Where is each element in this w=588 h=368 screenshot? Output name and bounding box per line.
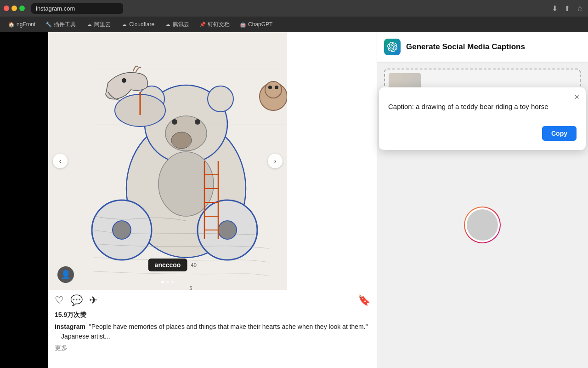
bookmark-plugins[interactable]: 🔧 插件工具: [42, 20, 79, 29]
svg-point-6: [171, 132, 192, 149]
panel-header: Generate Social Media Captions: [377, 32, 588, 62]
browser-actions: ⬇ ⬆ ☆: [550, 3, 584, 14]
profile-inner: [467, 209, 498, 241]
bookmark-plugins-label: 插件工具: [54, 21, 76, 29]
post-image-container: 40 5 ‹ ›: [48, 32, 287, 290]
prev-icon: ‹: [59, 157, 62, 165]
svg-point-9: [158, 152, 214, 216]
svg-point-26: [268, 86, 272, 89]
svg-point-16: [218, 221, 237, 239]
caption-result-text: Caption: a drawing of a teddy bear ridin…: [388, 97, 577, 126]
svg-point-7: [172, 119, 177, 125]
bookmark-tencent[interactable]: ☁ 腾讯云: [161, 20, 193, 29]
panel-title: Generate Social Media Captions: [406, 42, 525, 52]
tencent-icon: ☁: [164, 21, 171, 28]
caption-username: instagram: [55, 323, 85, 330]
share-icon[interactable]: ⬆: [563, 3, 571, 14]
bookmark-dingding[interactable]: 📌 钉钉文档: [196, 20, 233, 29]
download-icon[interactable]: ⬇: [550, 3, 559, 14]
share-button[interactable]: ✈: [89, 295, 97, 305]
more-link[interactable]: 更多: [48, 342, 377, 354]
carousel-dots: [161, 281, 174, 283]
instagram-area: 40 5 ‹ ›: [48, 32, 377, 368]
cloudflare-icon: ☁: [121, 21, 127, 28]
svg-text:40: 40: [191, 261, 197, 268]
next-icon: ›: [274, 157, 277, 165]
dot-1[interactable]: [161, 281, 164, 283]
svg-point-10: [122, 78, 126, 83]
svg-point-4: [208, 86, 233, 112]
minimize-traffic-light[interactable]: [11, 6, 17, 11]
openai-logo: [384, 39, 401, 55]
chapgpt-icon: 🤖: [240, 21, 246, 28]
dot-3[interactable]: [171, 281, 174, 283]
browser-chrome: instagram.com ⬇ ⬆ ☆ 🏠 ngFront 🔧 插件工具 ☁ 阿…: [0, 0, 588, 32]
fullscreen-traffic-light[interactable]: [19, 6, 25, 11]
bookmark-icon[interactable]: ☆: [575, 3, 584, 14]
svg-point-27: [275, 86, 278, 89]
left-sidebar: [0, 32, 48, 368]
browser-toolbar: instagram.com ⬇ ⬆ ☆: [0, 0, 588, 17]
bookmarks-bar: 🏠 ngFront 🔧 插件工具 ☁ 阿里云 ☁ Cloudflare ☁ 腾讯…: [0, 17, 588, 32]
next-button[interactable]: ›: [268, 154, 283, 168]
bookmark-front[interactable]: 🏠 ngFront: [5, 20, 39, 29]
close-traffic-light[interactable]: [4, 6, 9, 11]
front-icon: 🏠: [8, 21, 15, 28]
address-text: instagram.com: [36, 5, 75, 12]
svg-point-25: [265, 81, 282, 98]
avatar-button[interactable]: 👤: [57, 266, 74, 283]
bookmark-cloudflare-label: Cloudflare: [129, 21, 154, 28]
like-button[interactable]: ♡: [55, 295, 64, 305]
plugin-icon: 🔧: [45, 21, 52, 28]
result-modal: × Caption: a drawing of a teddy bear rid…: [379, 87, 586, 150]
username-label: ancccoo: [155, 261, 181, 269]
dot-2[interactable]: [166, 281, 169, 283]
address-bar[interactable]: instagram.com: [31, 3, 123, 14]
dingding-icon: 📌: [199, 21, 206, 28]
bookmark-tencent-label: 腾讯云: [173, 21, 189, 29]
bookmark-aliyun-label: 阿里云: [94, 21, 111, 29]
caption-area: instagram "People have memories of place…: [48, 322, 377, 341]
bookmark-chapgpt-label: ChapGPT: [248, 21, 272, 28]
svg-point-14: [113, 221, 131, 239]
post-actions: ♡ 💬 ✈ 🔖: [48, 290, 377, 311]
profile-circle: [464, 207, 501, 243]
modal-close-button[interactable]: ×: [574, 93, 579, 101]
svg-text:5: 5: [189, 284, 192, 290]
aliyun-icon: ☁: [86, 21, 92, 28]
prev-button[interactable]: ‹: [53, 154, 68, 168]
main-area: 40 5 ‹ ›: [0, 32, 588, 368]
save-button[interactable]: 🔖: [358, 294, 370, 306]
chatgpt-panel: Generate Social Media Captions × Caption…: [377, 32, 588, 368]
svg-point-8: [195, 119, 200, 125]
copy-button[interactable]: Copy: [542, 126, 577, 141]
comment-button[interactable]: 💬: [70, 295, 83, 305]
bookmark-dingding-label: 钉钉文档: [208, 21, 230, 29]
likes-count: 15.9万次赞: [48, 311, 377, 322]
sketch-image: 40 5: [48, 32, 287, 290]
bookmark-aliyun[interactable]: ☁ 阿里云: [82, 20, 114, 29]
avatar-icon: 👤: [61, 270, 71, 280]
caption-text: "People have memories of places and thin…: [55, 323, 368, 340]
bookmark-front-label: ngFront: [17, 21, 35, 28]
bookmark-chapgpt[interactable]: 🤖 ChapGPT: [236, 20, 276, 29]
traffic-lights: [4, 6, 25, 11]
bookmark-cloudflare[interactable]: ☁ Cloudflare: [117, 20, 158, 29]
username-tag: ancccoo: [148, 259, 187, 271]
